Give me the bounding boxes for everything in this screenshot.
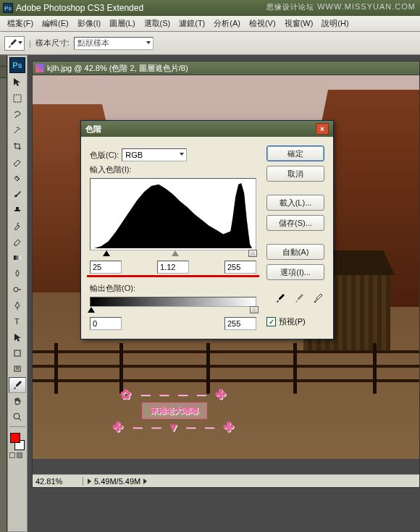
auto-button[interactable]: 自動(A) <box>266 244 324 260</box>
ps-app-icon: Ps <box>3 3 13 13</box>
move-tool[interactable] <box>9 75 26 90</box>
path-select-tool[interactable] <box>9 329 26 345</box>
notes-tool[interactable] <box>9 361 26 377</box>
annotation-underline <box>87 275 259 277</box>
menu-layer[interactable]: 圖層(L) <box>105 17 139 30</box>
options-bar: | 樣本尺寸: 點狀樣本 <box>0 32 420 55</box>
palette-well[interactable] <box>0 55 7 532</box>
input-levels-label: 輸入色階(I): <box>90 164 131 175</box>
status-bar: 42.81% 5.49M/5.49M <box>33 474 419 487</box>
svg-rect-4 <box>14 350 20 356</box>
color-swatches[interactable] <box>9 431 26 452</box>
input-slider[interactable] <box>90 250 256 259</box>
out-white-handle[interactable] <box>251 307 258 313</box>
options-button[interactable]: 選項(I)... <box>266 264 324 280</box>
preview-label: 預視(P) <box>279 316 306 327</box>
svg-point-6 <box>14 413 20 419</box>
svg-rect-0 <box>14 95 21 102</box>
ok-button[interactable]: 確定 <box>266 145 324 161</box>
preview-checkbox[interactable]: ✓ <box>266 317 276 326</box>
gray-eyedropper[interactable] <box>293 292 306 305</box>
eraser-tool[interactable] <box>9 234 26 250</box>
zoom-field[interactable]: 42.81% <box>33 477 83 486</box>
black-point-handle[interactable] <box>103 250 110 256</box>
tool-preset-picker[interactable] <box>4 36 25 51</box>
menubar: 檔案(F) 編輯(E) 影像(I) 圖層(L) 選取(S) 濾鏡(T) 分析(A… <box>0 16 420 32</box>
histogram <box>90 178 256 250</box>
marquee-tool[interactable] <box>9 90 26 106</box>
wand-tool[interactable] <box>9 122 26 138</box>
channel-label: 色版(C): <box>90 150 119 161</box>
sample-size-combo[interactable]: 點狀樣本 <box>74 37 154 50</box>
eyedropper-tool[interactable] <box>9 377 26 393</box>
sample-size-label: 樣本尺寸: <box>35 38 70 48</box>
dialog-title: 色階 <box>85 124 316 135</box>
site-watermark: 思缘设计论坛WWW.MISSYUAN.COM <box>266 2 416 12</box>
disclosure-icon <box>88 478 91 484</box>
menu-select[interactable]: 選取(S) <box>140 17 175 30</box>
menu-analysis[interactable]: 分析(A) <box>209 17 245 30</box>
brush-tool[interactable] <box>9 186 26 202</box>
status-info[interactable]: 5.49M/5.49M <box>83 477 151 486</box>
output-levels-label: 輸出色階(O): <box>90 283 135 294</box>
type-tool[interactable]: T <box>9 313 26 329</box>
disclosure-icon <box>143 478 147 484</box>
ps-logo-icon: Ps <box>9 57 25 73</box>
document-title: kjlh.jpg @ 42.8% (色階 2, 圖層遮色片/8) <box>47 63 188 74</box>
hand-tool[interactable] <box>9 393 26 409</box>
channel-select[interactable]: RGB <box>122 148 187 161</box>
output-black-field[interactable] <box>90 317 122 330</box>
close-button[interactable]: × <box>316 123 329 135</box>
output-gradient <box>90 297 256 307</box>
quickmask-toggle[interactable] <box>9 452 26 460</box>
menu-edit[interactable]: 編輯(E) <box>38 17 73 30</box>
black-eyedropper[interactable] <box>274 292 287 305</box>
slice-tool[interactable] <box>9 154 26 170</box>
cancel-button[interactable]: 取消 <box>266 166 324 182</box>
svg-point-2 <box>14 287 18 292</box>
menu-image[interactable]: 影像(I) <box>73 17 105 30</box>
save-button[interactable]: 儲存(S)... <box>266 215 324 231</box>
input-black-field[interactable] <box>90 261 122 274</box>
white-eyedropper[interactable] <box>311 292 324 305</box>
stamp-tool[interactable] <box>9 202 26 218</box>
pen-tool[interactable] <box>9 297 26 313</box>
blur-tool[interactable] <box>9 266 26 282</box>
menu-view[interactable]: 檢視(V) <box>245 17 280 30</box>
lasso-tool[interactable] <box>9 106 26 122</box>
heal-tool[interactable] <box>9 170 26 186</box>
shape-tool[interactable] <box>9 345 26 361</box>
workspace: Ps T kjlh.jpg @ 42 <box>0 55 420 532</box>
document-titlebar[interactable]: kjlh.jpg @ 42.8% (色階 2, 圖層遮色片/8) <box>32 61 420 75</box>
watermark-stamp: ✿ ─ ─ ─ ─ ✤ 東港老大嘟嘟 ✤ ─ ─ ▾ ─ ─ ✤ <box>112 387 237 435</box>
dialog-titlebar[interactable]: 色階 × <box>81 121 333 137</box>
out-black-handle[interactable] <box>88 307 95 313</box>
menu-file[interactable]: 檔案(F) <box>3 17 38 30</box>
output-slider[interactable] <box>90 307 256 316</box>
input-white-field[interactable] <box>224 261 256 274</box>
gradient-tool[interactable] <box>9 250 26 266</box>
svg-rect-1 <box>14 256 21 260</box>
document-icon <box>35 64 44 72</box>
menu-filter[interactable]: 濾鏡(T) <box>175 17 209 30</box>
svg-text:T: T <box>14 317 20 326</box>
eyedropper-icon <box>7 38 17 48</box>
input-gamma-field[interactable] <box>157 261 189 274</box>
load-button[interactable]: 載入(L)... <box>266 195 324 211</box>
menu-help[interactable]: 說明(H) <box>317 17 353 30</box>
levels-dialog: 色階 × 色版(C): RGB 輸入色階(I): <box>80 120 334 339</box>
zoom-tool[interactable] <box>9 409 26 425</box>
menu-window[interactable]: 視窗(W) <box>280 17 318 30</box>
output-white-field[interactable] <box>224 317 256 330</box>
crop-tool[interactable] <box>9 138 26 154</box>
dodge-tool[interactable] <box>9 282 26 297</box>
toolbox: Ps T <box>7 55 28 532</box>
fg-swatch[interactable] <box>10 433 20 443</box>
history-brush-tool[interactable] <box>9 218 26 234</box>
gamma-handle[interactable] <box>172 250 179 256</box>
white-point-handle[interactable] <box>249 250 256 256</box>
canvas-area: kjlh.jpg @ 42.8% (色階 2, 圖層遮色片/8) <box>28 55 420 532</box>
